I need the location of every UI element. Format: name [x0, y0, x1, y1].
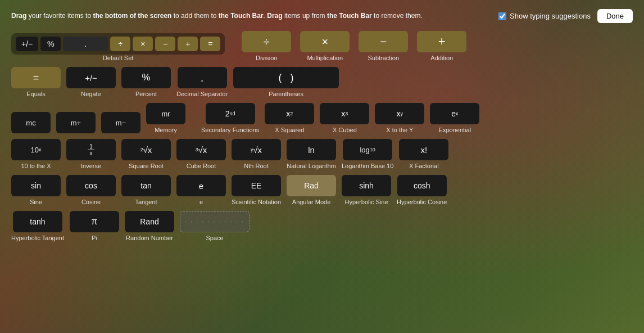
cube-root-button[interactable]: 3√x: [176, 139, 226, 160]
rad-button[interactable]: Rad: [287, 175, 336, 196]
show-typing-suggestions-checkbox[interactable]: [498, 12, 506, 20]
sinh-item: sinh Hyperbolic Sine: [342, 175, 391, 205]
default-set-section: +/− % . ÷ × − + = Default Set: [11, 33, 225, 61]
ten-to-x-item: 10x 10 to the X: [11, 139, 61, 169]
mc-button[interactable]: mc: [11, 112, 51, 133]
tan-label: Tangent: [135, 199, 157, 205]
square-root-item: 2√x Square Root: [121, 139, 171, 169]
parentheses-button[interactable]: ( ): [233, 67, 339, 88]
default-set-label: Default Set: [11, 55, 225, 61]
tanh-label: Hyperbolic Tangent: [11, 235, 64, 241]
equals-label: Equals: [26, 91, 46, 97]
percent-item: % Percent: [121, 67, 171, 97]
subtraction-button[interactable]: −: [359, 31, 408, 52]
e-button[interactable]: e: [176, 175, 226, 196]
ten-to-x-label: 10 to the X: [21, 163, 51, 169]
x-squared-item: x2 X Squared: [265, 103, 314, 133]
tan-button[interactable]: tan: [121, 175, 171, 196]
exponential-item: ex Exponential: [430, 103, 479, 133]
row2: = Equals +/− Negate % Percent . Decimal …: [11, 67, 633, 97]
negate-button[interactable]: +/−: [66, 67, 116, 88]
secondary-functions-button[interactable]: 2nd: [206, 103, 255, 124]
show-typing-suggestions-label[interactable]: Show typing suggestions: [498, 12, 591, 20]
ds-percent-button[interactable]: %: [40, 37, 61, 51]
memory-label: Memory: [155, 127, 177, 133]
space-button[interactable]: · · · · · · · · · · ·: [180, 211, 250, 232]
cube-root-label: Cube Root: [187, 163, 216, 169]
pi-button[interactable]: π: [70, 211, 119, 232]
x-to-y-item: xy X to the Y: [375, 103, 424, 133]
square-root-button[interactable]: 2√x: [121, 139, 171, 160]
instruction-text: Drag your favorite items to the bottom o…: [11, 11, 423, 21]
log10-button[interactable]: log10: [343, 139, 392, 160]
pi-item: π Pi: [70, 211, 119, 241]
secondary-functions-label: Secondary Functions: [201, 127, 259, 133]
x-factorial-button[interactable]: x!: [399, 139, 448, 160]
mc-item: mc: [11, 112, 51, 133]
x-factorial-item: x! X Factorial: [399, 139, 448, 169]
decimal-button[interactable]: .: [178, 67, 227, 88]
negate-item: +/− Negate: [66, 67, 116, 97]
nth-root-item: y√x Nth Root: [232, 139, 281, 169]
natural-log-button[interactable]: ln: [287, 139, 336, 160]
sin-button[interactable]: sin: [11, 175, 61, 196]
inverse-button[interactable]: 1 x: [66, 139, 116, 160]
show-typing-suggestions-text: Show typing suggestions: [510, 12, 591, 20]
multiplication-button[interactable]: ×: [300, 31, 350, 52]
ds-subtract-button[interactable]: −: [155, 37, 175, 51]
done-button[interactable]: Done: [597, 9, 633, 23]
sinh-button[interactable]: sinh: [342, 175, 391, 196]
x-to-y-button[interactable]: xy: [375, 103, 424, 124]
top-right-controls: Show typing suggestions Done: [498, 9, 633, 23]
ds-divide-button[interactable]: ÷: [110, 37, 130, 51]
equals-button[interactable]: =: [11, 67, 61, 88]
x-to-y-label: X to the Y: [386, 127, 413, 133]
x-cubed-button[interactable]: x3: [320, 103, 369, 124]
addition-button[interactable]: +: [417, 31, 466, 52]
cube-root-item: 3√x Cube Root: [176, 139, 226, 169]
e-item: e e: [176, 175, 226, 205]
e-label: e: [199, 199, 203, 205]
cosh-label: Hyperbolic Cosine: [397, 199, 447, 205]
cos-label: Cosine: [81, 199, 101, 205]
ee-button[interactable]: EE: [232, 175, 281, 196]
division-button[interactable]: ÷: [242, 31, 291, 52]
pi-label: Pi: [92, 235, 97, 241]
row4: 10x 10 to the X 1 x Inverse 2√x Square R…: [11, 139, 633, 169]
x-squared-label: X Squared: [275, 127, 304, 133]
top-bar: Drag your favorite items to the bottom o…: [11, 9, 633, 23]
percent-button[interactable]: %: [121, 67, 171, 88]
ds-multiply-button[interactable]: ×: [133, 37, 153, 51]
mr-button[interactable]: mr: [146, 103, 185, 124]
nth-root-button[interactable]: y√x: [232, 139, 281, 160]
ee-label: Scientific Notation: [232, 199, 281, 205]
ds-equals-button[interactable]: =: [200, 37, 220, 51]
tanh-button[interactable]: tanh: [13, 211, 62, 232]
cosh-button[interactable]: cosh: [397, 175, 447, 196]
mplus-button[interactable]: m+: [56, 112, 96, 133]
exponential-label: Exponential: [439, 127, 471, 133]
subtraction-label: Subtraction: [368, 55, 399, 61]
division-label: Division: [256, 55, 278, 61]
square-root-label: Square Root: [129, 163, 164, 169]
multiplication-item: × Multiplication: [300, 31, 350, 61]
exponential-button[interactable]: ex: [430, 103, 479, 124]
inverse-item: 1 x Inverse: [66, 139, 116, 169]
ten-to-x-button[interactable]: 10x: [11, 139, 61, 160]
ds-decimal-button[interactable]: .: [63, 37, 108, 51]
percent-label: Percent: [135, 91, 157, 97]
ds-negate-button[interactable]: +/−: [16, 37, 38, 51]
multiplication-label: Multiplication: [307, 55, 343, 61]
mminus-button[interactable]: m−: [101, 112, 140, 133]
row6: tanh Hyperbolic Tangent π Pi Rand Random…: [11, 211, 633, 241]
tanh-item: tanh Hyperbolic Tangent: [11, 211, 64, 241]
cos-button[interactable]: cos: [66, 175, 116, 196]
mplus-item: m+: [56, 112, 96, 133]
subtraction-item: − Subtraction: [359, 31, 408, 61]
rand-button[interactable]: Rand: [125, 211, 174, 232]
ds-add-button[interactable]: +: [178, 37, 198, 51]
x-squared-button[interactable]: x2: [265, 103, 314, 124]
rad-label: Angular Mode: [292, 199, 331, 205]
natural-log-label: Natural Logarithm: [287, 163, 335, 169]
negate-label: Negate: [81, 91, 101, 97]
